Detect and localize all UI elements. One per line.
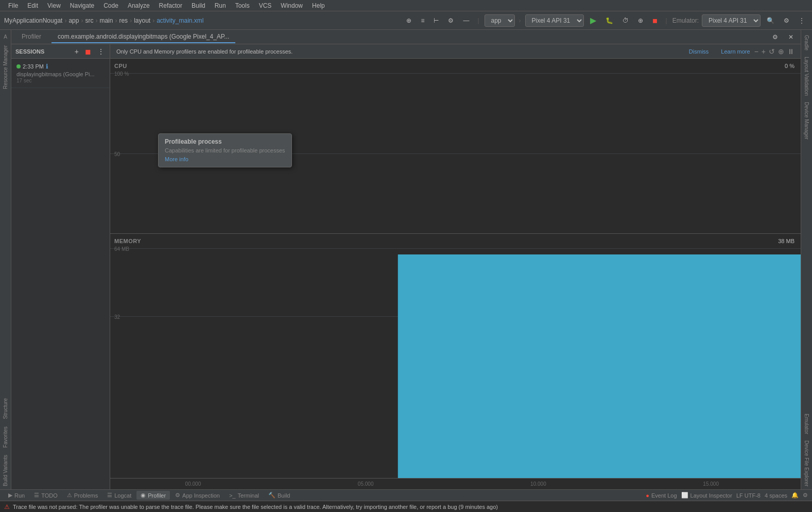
device-file-explorer-label[interactable]: Device File Explorer [803,437,810,489]
menu-analyze[interactable]: Analyze [124,1,154,10]
tooltip-more-info[interactable]: More info [165,156,188,162]
emulator-device-selector[interactable]: Pixel 4 API 31 [525,14,584,27]
toolbar-split-btn[interactable]: ⊢ [430,15,442,26]
profiler-settings-btn[interactable]: ⚙ [769,32,781,42]
sessions-add-btn[interactable]: + [74,47,80,56]
menu-tools[interactable]: Tools [231,1,254,10]
status-tab-problems[interactable]: ⚠ Problems [63,491,102,500]
toolbar-align-btn[interactable]: ≡ [418,15,427,26]
notice-minus-btn[interactable]: − [754,47,758,56]
layout-inspector-label: Layout Inspector [690,492,732,499]
right-strip: Gradle Layout Validation Device Manager … [801,30,812,489]
time-axis: 00.000 05.000 10.000 15.000 [110,478,801,489]
status-tab-inspection[interactable]: ⚙ App Inspection [171,491,224,500]
layout-validation-label[interactable]: Layout Validation [803,54,810,99]
emulator-label-right[interactable]: Emulator [803,411,810,437]
notice-pause-btn[interactable]: ⏸ [787,47,794,56]
android-icon[interactable]: A [1,32,10,41]
build-variants-label[interactable]: Build Variants [2,452,9,489]
gradle-label[interactable]: Gradle [803,32,810,54]
profiler-status-icon: ◉ [141,492,146,499]
menu-view[interactable]: View [43,1,65,10]
breadcrumb-file[interactable]: activity_main.xml [157,17,203,24]
learn-more-link[interactable]: Learn more [721,48,750,55]
toolbar-gear2-btn[interactable]: ⚙ [781,15,792,26]
session-item[interactable]: 2:33 PM ℹ displayingbitmaps (Google Pi..… [11,59,110,88]
status-tab-build[interactable]: 🔨 Build [264,491,294,500]
status-tab-profiler-label: Profiler [148,492,166,499]
event-log-btn[interactable]: ● Event Log [646,492,677,499]
run-button[interactable]: ▶ [587,14,599,27]
session-tab[interactable]: com.example.android.displayingbitmaps (G… [51,31,235,43]
status-tabs: ▶ Run ☰ TODO ⚠ Problems ☰ Logcat ◉ Profi… [4,491,644,500]
toolbar-more-btn[interactable]: ⋮ [796,15,808,26]
sessions-stop-btn[interactable]: ◼ [84,47,92,56]
toolbar: MyApplicationNougat › app › src › main ›… [0,11,812,30]
device-manager-label[interactable]: Device Manager [803,99,810,143]
toolbar-search2-btn[interactable]: 🔍 [764,15,778,26]
toolbar-actions: ⊕ ≡ ⊢ ⚙ — | app › Pixel 4 API 31 ▶ 🐛 ⏱ ⊕… [403,14,808,27]
toolbar-minimize-btn[interactable]: — [460,15,472,26]
stop-btn[interactable]: ◼ [649,15,661,26]
run-icon: ▶ [8,492,12,499]
notice-attach-btn[interactable]: ⊕ [778,47,784,56]
toolbar-search-btn[interactable]: ⊕ [403,15,414,26]
cpu-section: CPU 0 % 100 % 50 Profileable process Cap… [110,59,801,234]
dismiss-link[interactable]: Dismiss [689,48,709,55]
status-tab-run-label: Run [14,492,25,499]
menu-window[interactable]: Window [277,1,307,10]
status-tab-profiler[interactable]: ◉ Profiler [136,491,170,500]
memory-64-label: 64 MB [114,246,129,252]
notification-icon[interactable]: 🔔 [791,492,799,499]
sessions-sidebar: SESSIONS + ◼ ⋮ 2:33 PM ℹ displayingbitma… [11,44,110,489]
debug-btn[interactable]: 🐛 [602,15,616,26]
menu-refactor[interactable]: Refactor [155,1,186,10]
menu-help[interactable]: Help [308,1,329,10]
notice-reset-btn[interactable]: ↺ [769,47,775,56]
device-selector[interactable]: app [485,14,515,27]
favorites-label[interactable]: Favorites [2,423,9,451]
breadcrumb-sep2: › [81,17,83,24]
profiler-close-btn[interactable]: ✕ [785,32,797,42]
structure-label[interactable]: Structure [2,395,9,422]
status-tab-todo[interactable]: ☰ TODO [30,491,62,500]
attach-btn[interactable]: ⊕ [635,15,646,26]
layout-inspector-btn[interactable]: ⬜ Layout Inspector [681,492,732,499]
menu-vcs[interactable]: VCS [255,1,276,10]
profiler-tab[interactable]: Profiler [15,31,47,43]
status-tab-logcat[interactable]: ☰ Logcat [103,491,135,500]
breadcrumb-layout[interactable]: layout [134,17,150,24]
tooltip-profileable: Profileable process Capabilities are lim… [158,133,292,167]
tooltip-desc: Capabilities are limited for profileable… [165,147,285,153]
menu-navigate[interactable]: Navigate [66,1,98,10]
error-icon: ⚠ [4,503,10,510]
menu-edit[interactable]: Edit [23,1,42,10]
memory-section: MEMORY 38 MB 64 MB 32 [110,234,801,489]
menu-run[interactable]: Run [211,1,230,10]
menu-build[interactable]: Build [187,1,210,10]
build-icon: 🔨 [268,492,275,499]
emulator-selector[interactable]: Pixel 4 API 31 [702,14,761,27]
session-info-icon[interactable]: ℹ [46,63,48,70]
breadcrumb-app-name[interactable]: MyApplicationNougat [4,17,62,24]
breadcrumb-src[interactable]: src [85,17,93,24]
sessions-menu-btn[interactable]: ⋮ [96,47,106,56]
menu-code[interactable]: Code [99,1,123,10]
memory-grid-top: 64 MB [110,248,801,249]
menu-file[interactable]: File [4,1,22,10]
breadcrumb-main[interactable]: main [99,17,113,24]
time-tick-1: 05.000 [358,481,374,487]
tooltip-title: Profileable process [165,138,285,145]
breadcrumb-app[interactable]: app [68,17,79,24]
resource-manager-label[interactable]: Resource Manager [2,42,9,92]
session-timestamp: 2:33 PM [23,63,44,70]
notice-add-btn[interactable]: + [762,47,766,56]
breadcrumb-sep5: › [130,17,132,24]
breadcrumb: MyApplicationNougat › app › src › main ›… [4,17,401,24]
status-tab-terminal[interactable]: >_ Terminal [225,491,263,500]
toolbar-settings-btn[interactable]: ⚙ [445,15,457,26]
breadcrumb-res[interactable]: res [119,17,128,24]
settings-status-icon[interactable]: ⚙ [803,492,808,499]
profile-btn[interactable]: ⏱ [619,15,632,26]
status-tab-run[interactable]: ▶ Run [4,491,29,500]
